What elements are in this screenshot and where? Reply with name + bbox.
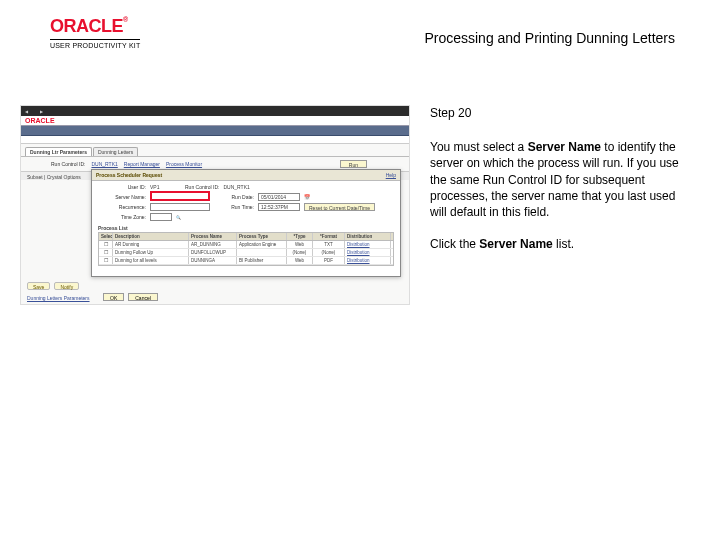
col-type: *Type [287, 233, 313, 240]
user-id-label: User ID: [98, 184, 146, 190]
tab-parameters[interactable]: Dunning Ltr Parameters [25, 147, 92, 156]
tab-letters[interactable]: Dunning Letters [93, 147, 138, 156]
instruction-action: Click the Server Name list. [430, 236, 690, 252]
grid-row: ☐ AR Dunning AR_DUNNING Application Engi… [99, 241, 393, 249]
process-scheduler-dialog: Process Scheduler Request Help User ID: … [91, 169, 401, 277]
timezone-label: Time Zone: [98, 214, 146, 220]
select-checkbox[interactable]: ☐ [99, 249, 113, 256]
run-control-label: Run Control ID: [51, 161, 85, 167]
page-title: Processing and Printing Dunning Letters [424, 30, 675, 46]
timezone-field[interactable] [150, 213, 172, 221]
page-footer: Save Notify [27, 282, 79, 290]
run-control-id-label: Run Control ID: [163, 184, 219, 190]
grid-row: ☐ Dunning for all levels DUNNINGA BI Pub… [99, 257, 393, 265]
dialog-title-bar: Process Scheduler Request Help [92, 170, 400, 181]
process-list-title: Process List [98, 225, 394, 231]
instruction-panel: Step 20 You must select a Server Name to… [430, 105, 690, 268]
ok-button[interactable]: OK [103, 293, 124, 301]
recurrence-label: Recurrence: [98, 204, 146, 210]
run-control-value: DUN_RTK1 [91, 161, 117, 167]
select-checkbox[interactable]: ☐ [99, 241, 113, 248]
server-name-list[interactable] [150, 191, 210, 201]
run-time-label: Run Time: [214, 204, 254, 210]
step-label: Step 20 [430, 105, 690, 121]
brand-wordmark: ORACLE® [50, 16, 140, 37]
dialog-title: Process Scheduler Request [96, 172, 162, 178]
run-button[interactable]: Run [340, 160, 367, 168]
reset-datetime-button[interactable]: Reset to Current Date/Time [304, 203, 375, 211]
page-tabs: Dunning Ltr Parameters Dunning Letters [21, 144, 409, 156]
brand-logo: ORACLE® USER PRODUCTIVITY KIT [50, 16, 140, 49]
run-date-field[interactable]: 05/01/2014 [258, 193, 300, 201]
run-date-label: Run Date: [214, 194, 254, 200]
app-nav-bar [21, 126, 409, 136]
run-time-field[interactable]: 12:52:37PM [258, 203, 300, 211]
col-distribution: Distribution [345, 233, 391, 240]
run-control-id-value: DUN_RTK1 [223, 184, 249, 190]
col-process-name: Process Name [189, 233, 237, 240]
lookup-icon[interactable]: 🔍 [176, 215, 181, 220]
user-id-value: VP1 [150, 184, 159, 190]
recurrence-field[interactable] [150, 203, 210, 211]
process-list-grid: Select Description Process Name Process … [98, 232, 394, 266]
col-description: Description [113, 233, 189, 240]
grid-header: Select Description Process Name Process … [99, 233, 393, 241]
process-monitor-link[interactable]: Process Monitor [166, 161, 202, 167]
embedded-screenshot: ◀▶ ORACLE Dunning Ltr Parameters Dunning… [20, 105, 410, 305]
breadcrumbs [21, 136, 409, 144]
bottom-link[interactable]: Dunning Letters Parameters [27, 295, 90, 301]
app-brand: ORACLE [21, 116, 409, 126]
calendar-icon[interactable]: 📅 [304, 194, 310, 200]
col-process-type: Process Type [237, 233, 287, 240]
instruction-body: You must select a Server Name to identif… [430, 139, 690, 220]
col-select: Select [99, 233, 113, 240]
cancel-button[interactable]: Cancel [128, 293, 158, 301]
browser-chrome: ◀▶ [21, 106, 409, 116]
report-manager-link[interactable]: Report Manager [124, 161, 160, 167]
save-button[interactable]: Save [27, 282, 50, 290]
dialog-buttons: OK Cancel [103, 293, 158, 301]
brand-subtitle: USER PRODUCTIVITY KIT [50, 39, 140, 49]
help-link[interactable]: Help [386, 172, 396, 178]
grid-row: ☐ Dunning Follow Up DUNFOLLOWUP (None) (… [99, 249, 393, 257]
server-name-label: Server Name: [98, 194, 146, 200]
select-checkbox[interactable]: ☐ [99, 257, 113, 264]
notify-button[interactable]: Notify [54, 282, 79, 290]
col-format: *Format [313, 233, 345, 240]
